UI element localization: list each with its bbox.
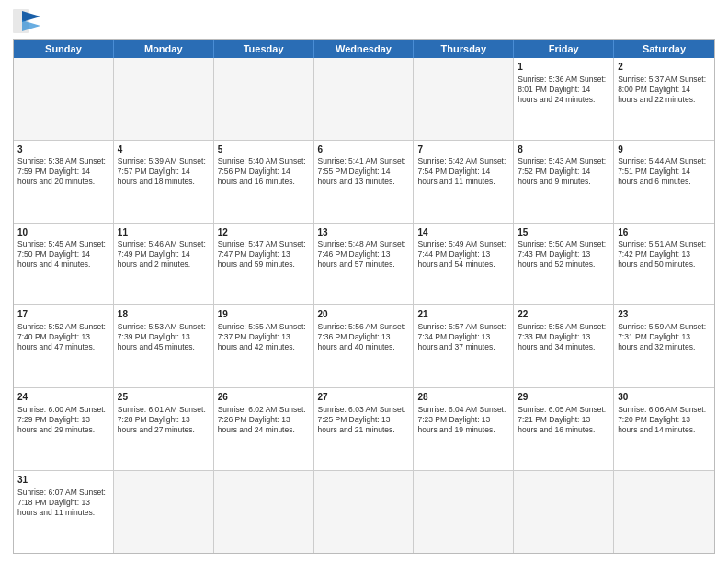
logo-icon [13,9,42,33]
calendar-day-19: 19Sunrise: 5:55 AM Sunset: 7:37 PM Dayli… [214,305,314,387]
calendar-day-21: 21Sunrise: 5:57 AM Sunset: 7:34 PM Dayli… [414,305,514,387]
day-number: 2 [618,61,711,74]
calendar-week-4: 17Sunrise: 5:52 AM Sunset: 7:40 PM Dayli… [14,305,714,388]
calendar-day-30: 30Sunrise: 6:06 AM Sunset: 7:20 PM Dayli… [614,388,714,470]
calendar-day-14: 14Sunrise: 5:49 AM Sunset: 7:44 PM Dayli… [414,224,514,305]
calendar-empty-cell [114,58,214,140]
day-number: 10 [17,226,109,239]
day-number: 23 [618,308,711,321]
day-header-monday: Monday [114,40,214,58]
day-number: 20 [318,308,410,321]
calendar-day-6: 6Sunrise: 5:41 AM Sunset: 7:55 PM Daylig… [314,141,415,223]
calendar-day-25: 25Sunrise: 6:01 AM Sunset: 7:28 PM Dayli… [114,388,214,470]
svg-marker-2 [22,20,40,31]
calendar-week-5: 24Sunrise: 6:00 AM Sunset: 7:29 PM Dayli… [14,388,714,471]
day-header-friday: Friday [514,40,614,58]
day-info: Sunrise: 5:42 AM Sunset: 7:54 PM Dayligh… [417,156,509,187]
calendar-day-27: 27Sunrise: 6:03 AM Sunset: 7:25 PM Dayli… [314,388,415,470]
day-info: Sunrise: 6:07 AM Sunset: 7:18 PM Dayligh… [17,488,109,518]
calendar-day-24: 24Sunrise: 6:00 AM Sunset: 7:29 PM Dayli… [14,388,114,470]
day-number: 12 [218,226,310,239]
day-number: 6 [318,144,410,156]
day-info: Sunrise: 5:45 AM Sunset: 7:50 PM Dayligh… [17,239,109,270]
day-info: Sunrise: 5:57 AM Sunset: 7:34 PM Dayligh… [417,322,509,352]
calendar-empty-cell [14,58,114,140]
day-number: 9 [618,144,711,156]
day-number: 7 [417,144,509,156]
calendar-day-29: 29Sunrise: 6:05 AM Sunset: 7:21 PM Dayli… [514,388,614,470]
day-number: 19 [218,308,310,321]
day-header-tuesday: Tuesday [214,40,314,58]
day-number: 21 [417,308,509,321]
calendar-empty-cell [114,471,214,553]
day-info: Sunrise: 5:56 AM Sunset: 7:36 PM Dayligh… [318,322,410,352]
day-info: Sunrise: 5:53 AM Sunset: 7:39 PM Dayligh… [118,322,210,352]
day-number: 4 [118,144,210,156]
svg-marker-1 [22,11,40,22]
day-number: 15 [518,226,609,239]
day-info: Sunrise: 5:36 AM Sunset: 8:01 PM Dayligh… [518,75,609,105]
day-info: Sunrise: 6:05 AM Sunset: 7:21 PM Dayligh… [518,405,609,435]
calendar-week-1: 1Sunrise: 5:36 AM Sunset: 8:01 PM Daylig… [14,58,714,141]
day-number: 30 [618,391,711,404]
calendar-day-3: 3Sunrise: 5:38 AM Sunset: 7:59 PM Daylig… [14,141,114,223]
calendar-day-15: 15Sunrise: 5:50 AM Sunset: 7:43 PM Dayli… [514,224,614,305]
day-info: Sunrise: 6:01 AM Sunset: 7:28 PM Dayligh… [118,405,210,435]
day-info: Sunrise: 5:51 AM Sunset: 7:42 PM Dayligh… [618,239,711,270]
day-number: 29 [518,391,609,404]
day-info: Sunrise: 6:00 AM Sunset: 7:29 PM Dayligh… [17,405,109,435]
day-number: 22 [518,308,609,321]
day-number: 18 [118,308,210,321]
calendar-empty-cell [614,471,714,553]
day-number: 25 [118,391,210,404]
logo [13,9,46,33]
calendar: SundayMondayTuesdayWednesdayThursdayFrid… [13,39,715,554]
day-number: 17 [17,308,109,321]
day-info: Sunrise: 6:03 AM Sunset: 7:25 PM Dayligh… [318,405,410,435]
day-number: 31 [17,474,109,487]
day-header-saturday: Saturday [614,40,714,58]
calendar-day-7: 7Sunrise: 5:42 AM Sunset: 7:54 PM Daylig… [414,141,514,223]
day-number: 27 [318,391,410,404]
day-info: Sunrise: 5:37 AM Sunset: 8:00 PM Dayligh… [618,75,711,105]
calendar-day-12: 12Sunrise: 5:47 AM Sunset: 7:47 PM Dayli… [214,224,314,305]
calendar-empty-cell [214,471,314,553]
day-info: Sunrise: 5:40 AM Sunset: 7:56 PM Dayligh… [218,156,310,187]
day-info: Sunrise: 5:47 AM Sunset: 7:47 PM Dayligh… [218,239,310,270]
day-info: Sunrise: 6:04 AM Sunset: 7:23 PM Dayligh… [417,405,509,435]
day-info: Sunrise: 5:41 AM Sunset: 7:55 PM Dayligh… [318,156,410,187]
calendar-empty-cell [414,471,514,553]
day-info: Sunrise: 5:39 AM Sunset: 7:57 PM Dayligh… [118,156,210,187]
day-info: Sunrise: 6:06 AM Sunset: 7:20 PM Dayligh… [618,405,711,435]
day-info: Sunrise: 5:43 AM Sunset: 7:52 PM Dayligh… [518,156,609,187]
day-info: Sunrise: 5:59 AM Sunset: 7:31 PM Dayligh… [618,322,711,352]
day-number: 16 [618,226,711,239]
calendar-week-2: 3Sunrise: 5:38 AM Sunset: 7:59 PM Daylig… [14,141,714,224]
calendar-day-17: 17Sunrise: 5:52 AM Sunset: 7:40 PM Dayli… [14,305,114,387]
calendar-day-1: 1Sunrise: 5:36 AM Sunset: 8:01 PM Daylig… [514,58,614,140]
calendar-day-23: 23Sunrise: 5:59 AM Sunset: 7:31 PM Dayli… [614,305,714,387]
day-number: 24 [17,391,109,404]
day-number: 5 [218,144,310,156]
day-header-thursday: Thursday [414,40,514,58]
calendar-day-5: 5Sunrise: 5:40 AM Sunset: 7:56 PM Daylig… [214,141,314,223]
calendar-week-3: 10Sunrise: 5:45 AM Sunset: 7:50 PM Dayli… [14,224,714,306]
day-info: Sunrise: 6:02 AM Sunset: 7:26 PM Dayligh… [218,405,310,435]
day-info: Sunrise: 5:38 AM Sunset: 7:59 PM Dayligh… [17,156,109,187]
calendar-empty-cell [314,58,415,140]
day-header-sunday: Sunday [14,40,114,58]
day-number: 28 [417,391,509,404]
calendar-day-10: 10Sunrise: 5:45 AM Sunset: 7:50 PM Dayli… [14,224,114,305]
header [13,9,715,33]
calendar-empty-cell [514,471,614,553]
calendar-empty-cell [414,58,514,140]
day-number: 11 [118,226,210,239]
calendar-day-8: 8Sunrise: 5:43 AM Sunset: 7:52 PM Daylig… [514,141,614,223]
calendar-week-6: 31Sunrise: 6:07 AM Sunset: 7:18 PM Dayli… [14,471,714,553]
calendar-day-28: 28Sunrise: 6:04 AM Sunset: 7:23 PM Dayli… [414,388,514,470]
calendar-header-row: SundayMondayTuesdayWednesdayThursdayFrid… [14,40,714,58]
day-info: Sunrise: 5:48 AM Sunset: 7:46 PM Dayligh… [318,239,410,270]
calendar-day-2: 2Sunrise: 5:37 AM Sunset: 8:00 PM Daylig… [614,58,714,140]
day-info: Sunrise: 5:55 AM Sunset: 7:37 PM Dayligh… [218,322,310,352]
calendar-empty-cell [214,58,314,140]
